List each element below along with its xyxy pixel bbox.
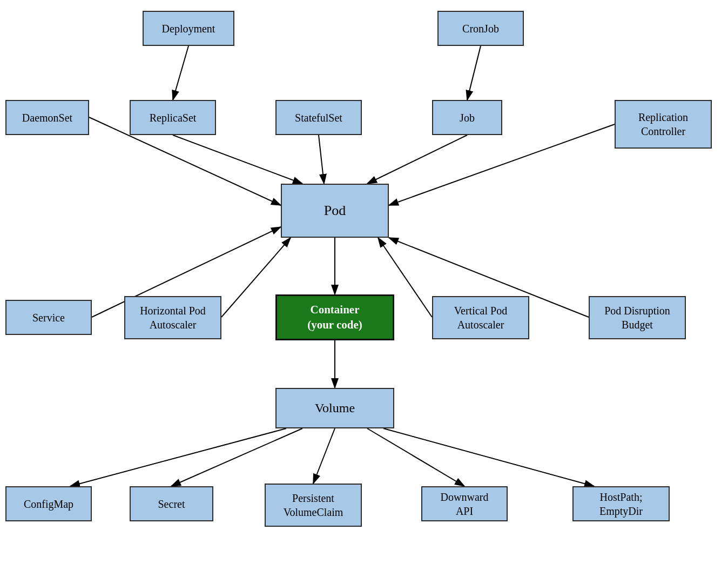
hostpath-node: HostPath;EmptyDir [572,486,670,521]
svg-line-8 [389,124,615,205]
svg-line-3 [173,135,302,184]
secret-label: Secret [158,497,185,511]
pvc-label: PersistentVolumeClaim [284,491,343,519]
replicaset-node: ReplicaSet [130,100,216,135]
svg-line-19 [383,428,594,486]
pdb-label: Pod DisruptionBudget [604,304,670,332]
configmap-node: ConfigMap [5,486,92,521]
pvc-node: PersistentVolumeClaim [265,484,362,527]
svg-line-5 [319,135,324,184]
volume-node: Volume [275,388,394,428]
replication-controller-label: ReplicationController [638,110,688,138]
svg-line-2 [173,46,188,100]
replicaset-label: ReplicaSet [150,111,197,125]
cronjob-node: CronJob [437,11,524,46]
diagram: Deployment CronJob DaemonSet ReplicaSet … [0,0,728,577]
container-node: Container(your code) [275,294,394,340]
svg-line-16 [171,428,302,486]
replication-controller-node: ReplicationController [615,100,712,149]
statefulset-node: StatefulSet [275,100,362,135]
configmap-label: ConfigMap [24,497,73,511]
volume-label: Volume [315,400,355,417]
job-label: Job [460,111,475,125]
svg-line-7 [367,135,467,184]
service-node: Service [5,300,92,335]
container-label: Container(your code) [307,303,362,332]
cronjob-label: CronJob [462,22,499,36]
statefulset-label: StatefulSet [295,111,342,125]
secret-node: Secret [130,486,213,521]
downward-api-node: DownwardAPI [421,486,508,521]
vpa-node: Vertical PodAutoscaler [432,296,529,339]
job-node: Job [432,100,502,135]
deployment-label: Deployment [162,22,215,36]
vpa-label: Vertical PodAutoscaler [454,304,507,332]
svg-line-6 [467,46,481,100]
hostpath-label: HostPath;EmptyDir [599,490,643,518]
daemonset-label: DaemonSet [22,111,72,125]
svg-line-15 [70,428,286,486]
daemonset-node: DaemonSet [5,100,89,135]
downward-api-label: DownwardAPI [441,490,489,518]
svg-line-18 [367,428,464,486]
service-label: Service [32,311,65,325]
pod-label: Pod [324,202,346,220]
pod-node: Pod [281,184,389,238]
hpa-node: Horizontal PodAutoscaler [124,296,221,339]
svg-line-17 [313,428,335,484]
pdb-node: Pod DisruptionBudget [589,296,686,339]
hpa-label: Horizontal PodAutoscaler [140,304,206,332]
deployment-node: Deployment [143,11,234,46]
